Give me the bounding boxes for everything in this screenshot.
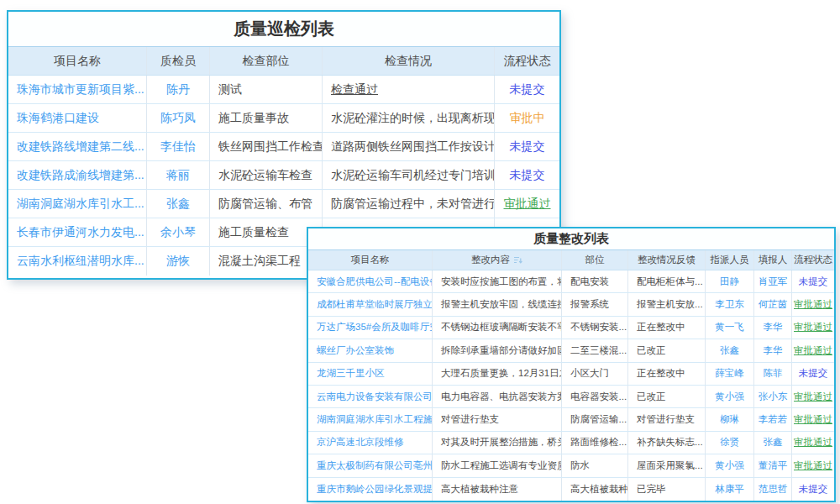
project-link[interactable]: 改建铁路线增建第二线...	[8, 133, 147, 160]
situation-cell: 防腐管运输过程中，未对管进行...	[323, 190, 495, 218]
situation-cell: 道路两侧铁丝网围挡工作按设计...	[323, 133, 495, 160]
feedback-cell: 正在整改中	[628, 363, 706, 385]
sort-icon[interactable]	[513, 255, 522, 265]
content-cell: 不锈钢边框玻璃隔断安装不牢...	[433, 317, 562, 339]
table-row: 重庆太极制药有限公司亳州中...防水工程施工选调有专业资质...防水屋面采用聚氯…	[308, 454, 834, 477]
project-link[interactable]: 京沪高速北京段维修	[308, 432, 433, 454]
project-link[interactable]: 湖南洞庭湖水库引水工...	[8, 190, 147, 218]
situation-cell: 水泥砼灌注的时候，出现离析现象	[323, 104, 495, 132]
assignee-link[interactable]: 徐贤	[706, 432, 754, 454]
status-badge[interactable]: 审批通过	[792, 386, 834, 407]
column-header-part: 检查部位	[210, 47, 323, 75]
reporter-link[interactable]: 张小东	[754, 386, 792, 407]
part-cell: 防水	[562, 454, 628, 476]
assignee-link[interactable]: 黄小强	[706, 454, 754, 476]
reporter-link[interactable]: 陈菲	[754, 363, 792, 385]
content-cell: 报警主机安放牢固，线缆连接...	[433, 293, 562, 315]
status-badge[interactable]: 审批通过	[792, 432, 834, 454]
project-link[interactable]: 改建铁路成渝线增建第...	[8, 161, 147, 189]
column-header-status: 流程状态	[792, 250, 834, 270]
content-cell: 拆除到承重墙部分请做好加固...	[433, 339, 562, 361]
inspector-link[interactable]: 陈巧凤	[147, 104, 210, 132]
inspector-link[interactable]: 余小琴	[147, 218, 210, 246]
table-row: 万达广场35#会所及咖啡厅空...不锈钢边框玻璃隔断安装不牢...不锈钢安装..…	[308, 317, 834, 339]
status-badge[interactable]: 未提交	[792, 478, 834, 501]
project-link[interactable]: 湖南洞庭湖水库引水工程施工标	[308, 408, 433, 430]
status-badge[interactable]: 审批通过	[792, 408, 834, 430]
reporter-link[interactable]: 董清平	[754, 454, 792, 476]
status-badge[interactable]: 未提交	[495, 133, 559, 160]
project-link[interactable]: 安徽合肥供电公司--配电设备...	[308, 270, 433, 292]
status-badge[interactable]: 审批通过	[495, 190, 559, 218]
rectification-table: 质量整改列表 项目名称 整改内容 部位 整改情况反馈 指派人员 填报人 流程状态…	[307, 227, 836, 502]
content-cell: 对其及时开展整治措施，桥头...	[433, 432, 562, 454]
reporter-link[interactable]: 张鑫	[754, 432, 792, 454]
assignee-link[interactable]: 柳琳	[706, 408, 754, 430]
status-badge[interactable]: 审批通过	[792, 293, 834, 315]
part-cell: 施工质量检查	[210, 218, 323, 246]
project-link[interactable]: 云南水利枢纽潜明水库...	[8, 247, 147, 276]
content-cell: 电力电容器、电抗器安装方案...	[433, 386, 562, 407]
assignee-link[interactable]: 薛宝峰	[706, 363, 754, 385]
part-cell: 测试	[210, 76, 323, 103]
table-row: 重庆市鹅岭公园绿化景观提升...高大植被栽种注意高大植被栽种已完毕林康平范思哲未…	[308, 478, 834, 501]
part-cell: 施工质量事故	[210, 104, 323, 132]
feedback-cell: 已完毕	[628, 478, 706, 501]
project-link[interactable]: 云南电力设备安装有限公司20...	[308, 386, 433, 407]
reporter-link[interactable]: 何芷茵	[754, 293, 792, 315]
inspector-link[interactable]: 张鑫	[147, 190, 210, 218]
assignee-link[interactable]: 黄一飞	[706, 317, 754, 339]
inspector-link[interactable]: 陈丹	[147, 76, 210, 103]
column-header-reporter: 填报人	[754, 250, 792, 270]
assignee-link[interactable]: 林康平	[706, 478, 754, 501]
status-badge[interactable]: 未提交	[495, 161, 559, 189]
project-link[interactable]: 长春市伊通河水力发电...	[8, 218, 147, 246]
status-badge[interactable]: 未提交	[792, 270, 834, 292]
assignee-link[interactable]: 李卫东	[706, 293, 754, 315]
reporter-link[interactable]: 李华	[754, 339, 792, 361]
table-row: 京沪高速北京段维修对其及时开展整治措施，桥头...路面维修检...补齐缺失标志.…	[308, 432, 834, 454]
table-row: 湖南洞庭湖水库引水工...张鑫防腐管运输、布管防腐管运输过程中，未对管进行...…	[8, 190, 559, 218]
status-badge[interactable]: 审批中	[495, 104, 559, 132]
project-link[interactable]: 珠海市城市更新项目紫...	[8, 76, 147, 103]
inspector-link[interactable]: 李佳怡	[147, 133, 210, 160]
reporter-link[interactable]: 肖亚军	[754, 270, 792, 292]
situation-cell: 水泥砼运输车司机经过专门培训...	[323, 161, 495, 189]
part-cell: 水泥砼运输车检查	[210, 161, 323, 189]
inspector-link[interactable]: 蒋丽	[147, 161, 210, 189]
content-cell: 安装时应按施工图的布置，将...	[433, 270, 562, 292]
status-badge[interactable]: 审批通过	[792, 454, 834, 476]
table-row: 成都杜甫草堂临时展厅独立展...报警主机安放牢固，线缆连接...报警系统报警主机…	[308, 293, 834, 316]
content-cell: 对管进行垫支	[433, 408, 562, 430]
content-cell: 大理石质量更换，12月31日之...	[433, 363, 562, 385]
table-row: 螺丝厂办公室装饰拆除到承重墙部分请做好加固...二至三楼混...已改正张鑫李华审…	[308, 339, 834, 362]
project-link[interactable]: 螺丝厂办公室装饰	[308, 339, 433, 361]
part-cell: 铁丝网围挡工作检查	[210, 133, 323, 160]
column-header-content[interactable]: 整改内容	[433, 250, 562, 270]
reporter-link[interactable]: 李若若	[754, 408, 792, 430]
status-badge[interactable]: 未提交	[495, 76, 559, 103]
rectification-table-title: 质量整改列表	[308, 228, 834, 250]
project-link[interactable]: 万达广场35#会所及咖啡厅空...	[308, 317, 433, 339]
project-link[interactable]: 重庆太极制药有限公司亳州中...	[308, 454, 433, 476]
status-badge[interactable]: 审批通过	[792, 317, 834, 339]
inspector-link[interactable]: 游恢	[147, 247, 210, 276]
status-badge[interactable]: 审批通过	[792, 339, 834, 361]
reporter-link[interactable]: 李华	[754, 317, 792, 339]
assignee-link[interactable]: 黄小强	[706, 386, 754, 407]
assignee-link[interactable]: 张鑫	[706, 339, 754, 361]
project-link[interactable]: 珠海鹤港口建设	[8, 104, 147, 132]
assignee-link[interactable]: 田静	[706, 270, 754, 292]
reporter-link[interactable]: 范思哲	[754, 478, 792, 501]
part-cell: 二至三楼混...	[562, 339, 628, 361]
content-cell: 防水工程施工选调有专业资质...	[433, 454, 562, 476]
feedback-cell: 配电柜柜体与...	[628, 270, 706, 292]
project-link[interactable]: 重庆市鹅岭公园绿化景观提升...	[308, 478, 433, 501]
project-link[interactable]: 龙湖三千里小区	[308, 363, 433, 385]
column-header-situation: 检查情况	[323, 47, 495, 75]
inspection-table-title: 质量巡检列表	[8, 12, 559, 47]
status-badge[interactable]: 未提交	[792, 363, 834, 385]
column-header-part: 部位	[562, 250, 628, 270]
column-header-status: 流程状态	[495, 47, 559, 75]
project-link[interactable]: 成都杜甫草堂临时展厅独立展...	[308, 293, 433, 315]
